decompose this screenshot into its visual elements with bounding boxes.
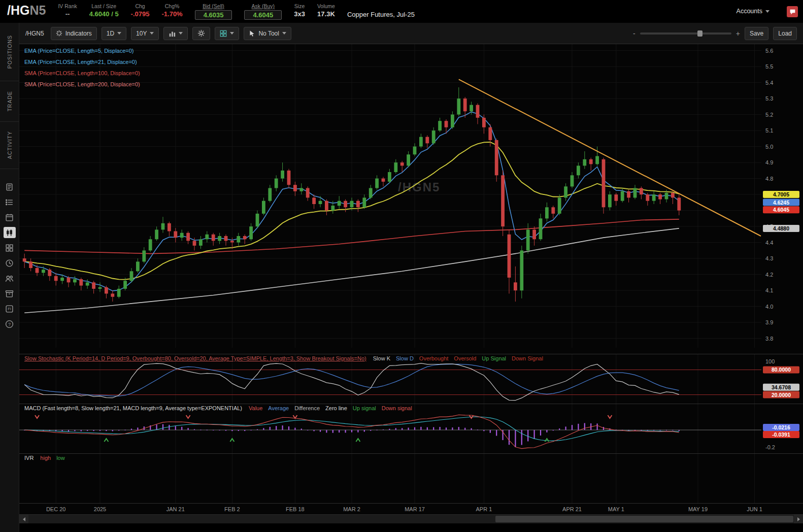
- svg-text:4.4: 4.4: [765, 240, 773, 246]
- svg-text:4.8: 4.8: [765, 176, 773, 182]
- chat-icon: [789, 9, 796, 15]
- symbol-title: /HGN5: [7, 2, 46, 18]
- svg-text:4.0: 4.0: [765, 304, 773, 310]
- ivr-study-label[interactable]: IVR: [24, 455, 34, 461]
- legend-slow-k: Slow K: [373, 355, 390, 361]
- symbol-suffix: N5: [29, 3, 46, 17]
- chart-toolbar: /HGN5 Indicators 1D 10Y: [19, 23, 803, 44]
- macd-study-label[interactable]: MACD (Fast length=8, Slow length=21, MAC…: [24, 405, 242, 411]
- chart-icon[interactable]: [4, 227, 16, 238]
- left-arrow-icon: [23, 517, 25, 521]
- left-sidebar: POSITIONS TRADE ACTIVITY: [0, 23, 19, 532]
- x-axis-label: APR 1: [476, 506, 492, 512]
- toolbar-symbol: /HGN5: [25, 30, 44, 37]
- grid-layout-dropdown[interactable]: [215, 27, 239, 40]
- study-label-ema5[interactable]: EMA (Price=CLOSE, Length=5, Displace=0): [24, 45, 140, 56]
- study-legend-list: EMA (Price=CLOSE, Length=5, Displace=0) …: [24, 45, 140, 90]
- svg-text:5.6: 5.6: [765, 48, 773, 54]
- save-button[interactable]: Save: [745, 27, 768, 40]
- svg-text:5.1: 5.1: [765, 127, 773, 134]
- legend-difference: Difference: [294, 405, 320, 411]
- scroll-right-button[interactable]: [794, 515, 803, 523]
- contacts-icon[interactable]: [4, 273, 16, 284]
- trading-platform: /HGN5 IV Rank -- Last / Size 4.6040 / 5 …: [0, 0, 803, 532]
- grid-icon[interactable]: [4, 242, 16, 253]
- settings-gear-button[interactable]: [192, 27, 210, 40]
- x-axis-label: 2025: [94, 506, 106, 512]
- x-axis-label: FEB 2: [224, 506, 240, 512]
- study-label-sma200[interactable]: SMA (Price=CLOSE, Length=200, Displace=0…: [24, 79, 140, 90]
- svg-text:?: ?: [8, 321, 11, 326]
- zoom-slider-thumb[interactable]: [697, 30, 702, 37]
- load-button[interactable]: Load: [773, 27, 797, 40]
- sidebar-tab-trade[interactable]: TRADE: [0, 81, 19, 122]
- svg-text:4.1: 4.1: [765, 287, 773, 293]
- chevron-down-icon: [150, 32, 154, 35]
- chevron-down-icon: [230, 32, 234, 35]
- price-panel[interactable]: 5.65.55.45.35.25.15.04.94.84.74.64.54.44…: [19, 44, 803, 354]
- svg-text:34.6708: 34.6708: [772, 384, 791, 390]
- zoom-out-button[interactable]: -: [633, 29, 635, 38]
- watchlist-icon[interactable]: [4, 196, 16, 208]
- legend-slow-d: Slow D: [396, 355, 414, 361]
- bid-button[interactable]: Bid (Sell) 4.6035: [195, 2, 232, 20]
- cursor-icon: [249, 30, 255, 37]
- legend-up-signal: Up Signal: [482, 355, 506, 361]
- time-scrollbar[interactable]: [19, 514, 803, 523]
- stochastic-study-label[interactable]: Slow Stochastic (K Period=14, D Period=9…: [24, 355, 366, 361]
- scroll-left-button[interactable]: [19, 515, 28, 523]
- legend-value: Value: [249, 405, 262, 411]
- x-axis-label: JAN 21: [166, 506, 185, 512]
- help-icon[interactable]: ?: [4, 318, 16, 329]
- zoom-in-button[interactable]: +: [736, 29, 740, 38]
- bar-chart-icon: [169, 30, 176, 37]
- sidebar-icons: FI ?: [0, 169, 19, 329]
- calendar-icon[interactable]: [4, 212, 16, 223]
- x-axis-label: DEC 20: [46, 506, 66, 512]
- study-label-sma100[interactable]: SMA (Price=CLOSE, Length=100, Displace=0…: [24, 68, 140, 79]
- field-iv-rank: IV Rank --: [58, 2, 77, 18]
- sidebar-tab-positions[interactable]: POSITIONS: [0, 23, 19, 81]
- macd-panel[interactable]: -0.2-0.0216-0.0391 MACD (Fast length=8, …: [19, 404, 803, 453]
- drawing-tool-dropdown[interactable]: No Tool: [244, 27, 291, 40]
- x-axis-label: JUN 1: [747, 506, 762, 512]
- chart-type-dropdown[interactable]: [163, 27, 188, 40]
- svg-text:5.0: 5.0: [765, 144, 773, 150]
- study-label-ema21[interactable]: EMA (Price=CLOSE, Length=21, Displace=0): [24, 56, 140, 68]
- svg-text:-0.0391: -0.0391: [772, 431, 790, 438]
- svg-text:3.9: 3.9: [765, 319, 773, 325]
- layout-grid-icon: [220, 30, 227, 37]
- scrollbar-track[interactable]: [28, 515, 794, 523]
- macd-legend: MACD (Fast length=8, Slow length=21, MAC…: [24, 405, 418, 411]
- ivr-panel[interactable]: IVRhighlow: [19, 453, 803, 503]
- time-axis[interactable]: DEC 202025JAN 21FEB 2FEB 18MAR 2MAR 17AP…: [19, 503, 803, 514]
- legend-ivr-low: low: [56, 455, 65, 461]
- legend-overbought: Overbought: [419, 355, 448, 361]
- history-icon[interactable]: [4, 257, 16, 269]
- svg-text:4.3: 4.3: [765, 255, 773, 261]
- gear-icon: [197, 29, 205, 37]
- fi-icon[interactable]: FI: [4, 303, 16, 314]
- ask-button[interactable]: Ask (Buy) 4.6045: [244, 2, 282, 20]
- accounts-dropdown[interactable]: Accounts: [737, 2, 769, 15]
- support-chat-button[interactable]: [787, 6, 798, 17]
- sidebar-tab-activity[interactable]: ACTIVITY: [0, 122, 19, 169]
- stochastic-panel[interactable]: 10080.000034.670820.0000 Slow Stochastic…: [19, 354, 803, 404]
- x-axis-label: FEB 18: [286, 506, 305, 512]
- archive-icon[interactable]: [4, 288, 16, 299]
- timeframe-dropdown[interactable]: 1D: [102, 27, 126, 40]
- svg-text:4.7005: 4.7005: [773, 191, 789, 197]
- svg-text:80.0000: 80.0000: [772, 367, 791, 373]
- zoom-slider[interactable]: [640, 32, 731, 35]
- field-size: Size 3x3: [294, 2, 305, 18]
- chevron-down-icon: [765, 10, 769, 13]
- report-icon[interactable]: [4, 181, 16, 192]
- legend-oversold: Oversold: [454, 355, 476, 361]
- range-dropdown[interactable]: 10Y: [131, 27, 159, 40]
- svg-text:4.6245: 4.6245: [773, 200, 789, 206]
- svg-text:5.5: 5.5: [765, 63, 773, 70]
- chart-module: /HGN5 Indicators 1D 10Y: [19, 23, 803, 532]
- indicators-button[interactable]: Indicators: [51, 27, 97, 40]
- svg-text:FI: FI: [8, 307, 11, 311]
- scrollbar-thumb[interactable]: [495, 516, 793, 522]
